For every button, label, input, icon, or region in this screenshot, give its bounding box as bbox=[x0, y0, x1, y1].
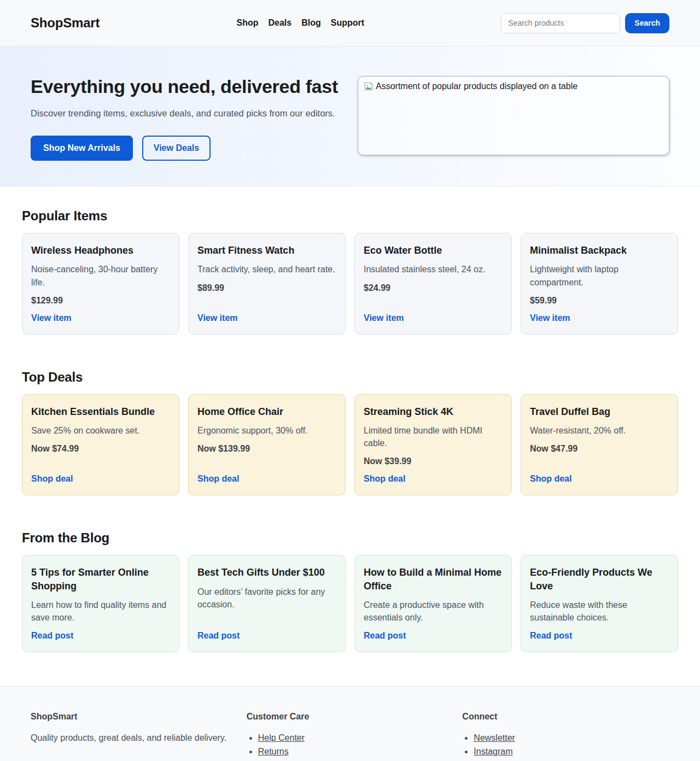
product-price: $129.99 bbox=[31, 296, 170, 306]
product-card: Smart Fitness Watch Track activity, slee… bbox=[188, 233, 346, 335]
blog-card: 5 Tips for Smarter Online Shopping Learn… bbox=[22, 555, 179, 652]
hero-image-alt-text: Assortment of popular products displayed… bbox=[376, 81, 578, 92]
footer-care-links: Help Center Returns Shipping Info bbox=[258, 733, 454, 761]
footer-brand-heading: ShopSmart bbox=[31, 712, 238, 722]
site-logo: ShopSmart bbox=[31, 15, 100, 31]
footer-connect-links: Newsletter Instagram Twitter bbox=[474, 733, 669, 761]
view-item-link[interactable]: View item bbox=[530, 313, 669, 323]
deal-title: Home Office Chair bbox=[197, 405, 336, 418]
blog-post-title: How to Build a Minimal Home Office bbox=[364, 566, 503, 593]
read-post-link[interactable]: Read post bbox=[530, 631, 669, 641]
deal-description: Ergonomic support, 30% off. bbox=[197, 424, 336, 437]
product-description: Noise-canceling, 30-hour battery life. bbox=[31, 263, 170, 288]
blog-post-title: 5 Tips for Smarter Online Shopping bbox=[31, 566, 170, 593]
hero-image-broken: Assortment of popular products displayed… bbox=[358, 76, 669, 155]
footer-care-column: Customer Care Help Center Returns Shippi… bbox=[247, 712, 454, 761]
read-post-link[interactable]: Read post bbox=[197, 631, 336, 641]
top-deals-heading: Top Deals bbox=[22, 370, 678, 385]
deal-card: Travel Duffel Bag Water-resistant, 20% o… bbox=[521, 394, 678, 496]
blog-card: Eco-Friendly Products We Love Reduce was… bbox=[521, 555, 678, 652]
nav-link-shop[interactable]: Shop bbox=[236, 18, 258, 28]
blog-card: How to Build a Minimal Home Office Creat… bbox=[354, 555, 512, 652]
deal-description: Water-resistant, 20% off. bbox=[530, 424, 669, 437]
product-description: Insulated stainless steel, 24 oz. bbox=[364, 263, 503, 276]
hero-ctas: Shop New Arrivals View Deals bbox=[31, 136, 338, 161]
view-item-link[interactable]: View item bbox=[31, 313, 170, 323]
product-price: $89.99 bbox=[197, 283, 336, 293]
read-post-link[interactable]: Read post bbox=[31, 631, 170, 641]
help-center-link[interactable]: Help Center bbox=[258, 733, 305, 742]
hero-copy: Everything you need, delivered fast Disc… bbox=[31, 76, 338, 161]
blog-post-description: Learn how to find quality items and save… bbox=[31, 599, 170, 624]
view-item-link[interactable]: View item bbox=[197, 313, 336, 323]
deal-card: Kitchen Essentials Bundle Save 25% on co… bbox=[22, 394, 179, 496]
footer-care-heading: Customer Care bbox=[247, 712, 454, 722]
nav-link-blog[interactable]: Blog bbox=[301, 18, 321, 28]
instagram-link[interactable]: Instagram bbox=[474, 747, 512, 756]
search-input[interactable] bbox=[501, 13, 620, 33]
shop-deal-link[interactable]: Shop deal bbox=[197, 474, 336, 484]
main-content: Popular Items Wireless Headphones Noise-… bbox=[22, 208, 678, 669]
deal-card: Streaming Stick 4K Limited time bundle w… bbox=[354, 394, 512, 496]
read-post-link[interactable]: Read post bbox=[364, 631, 503, 641]
hero-subtitle: Discover trending items, exclusive deals… bbox=[31, 108, 338, 119]
blog-post-description: Our editors’ favorite picks for any occa… bbox=[197, 586, 336, 611]
nav-link-deals[interactable]: Deals bbox=[268, 18, 291, 28]
view-deals-button[interactable]: View Deals bbox=[142, 136, 211, 161]
blog-card: Best Tech Gifts Under $100 Our editors’ … bbox=[188, 555, 346, 652]
hero-section: Everything you need, delivered fast Disc… bbox=[0, 46, 700, 186]
product-title: Minimalist Backpack bbox=[530, 244, 669, 257]
deal-price: Now $47.99 bbox=[530, 444, 669, 454]
blog-post-description: Create a productive space with essential… bbox=[364, 599, 503, 624]
main-nav: Shop Deals Blog Support bbox=[236, 18, 364, 28]
deal-price: Now $74.99 bbox=[31, 444, 170, 454]
footer-brand-column: ShopSmart Quality products, great deals,… bbox=[31, 712, 238, 761]
search-group: Search bbox=[501, 13, 669, 33]
deal-price: Now $39.99 bbox=[364, 456, 503, 466]
deal-description: Save 25% on cookware set. bbox=[31, 424, 170, 437]
list-item: Returns bbox=[258, 747, 454, 757]
product-description: Lightweight with laptop compartment. bbox=[530, 263, 669, 288]
deal-price: Now $139.99 bbox=[197, 444, 336, 454]
popular-items-heading: Popular Items bbox=[22, 208, 678, 224]
footer-connect-column: Connect Newsletter Instagram Twitter bbox=[462, 712, 669, 761]
nav-link-support[interactable]: Support bbox=[331, 18, 364, 28]
deal-title: Streaming Stick 4K bbox=[364, 405, 503, 418]
product-card: Eco Water Bottle Insulated stainless ste… bbox=[354, 233, 512, 335]
returns-link[interactable]: Returns bbox=[258, 747, 289, 756]
product-card: Wireless Headphones Noise-canceling, 30-… bbox=[22, 233, 179, 335]
search-button[interactable]: Search bbox=[625, 13, 669, 33]
view-item-link[interactable]: View item bbox=[364, 313, 503, 323]
shop-deal-link[interactable]: Shop deal bbox=[364, 474, 503, 484]
deal-description: Limited time bundle with HDMI cable. bbox=[364, 424, 503, 449]
site-footer: ShopSmart Quality products, great deals,… bbox=[0, 686, 700, 761]
list-item: Help Center bbox=[258, 733, 454, 743]
shop-deal-link[interactable]: Shop deal bbox=[530, 474, 669, 484]
site-header: ShopSmart Shop Deals Blog Support Search bbox=[0, 0, 700, 46]
product-title: Eco Water Bottle bbox=[364, 244, 503, 257]
product-title: Wireless Headphones bbox=[31, 244, 170, 257]
blog-post-description: Reduce waste with these sustainable choi… bbox=[530, 599, 669, 624]
product-description: Track activity, sleep, and heart rate. bbox=[197, 263, 336, 276]
popular-items-section: Popular Items Wireless Headphones Noise-… bbox=[22, 208, 678, 335]
popular-items-grid: Wireless Headphones Noise-canceling, 30-… bbox=[22, 233, 678, 335]
newsletter-link[interactable]: Newsletter bbox=[474, 733, 515, 742]
shop-new-arrivals-button[interactable]: Shop New Arrivals bbox=[31, 136, 133, 161]
list-item: Instagram bbox=[474, 747, 669, 757]
blog-heading: From the Blog bbox=[22, 530, 678, 546]
blog-post-title: Eco-Friendly Products We Love bbox=[530, 566, 669, 593]
blog-post-title: Best Tech Gifts Under $100 bbox=[197, 566, 336, 579]
list-item: Newsletter bbox=[474, 733, 669, 743]
blog-grid: 5 Tips for Smarter Online Shopping Learn… bbox=[22, 555, 678, 652]
product-price: $59.99 bbox=[530, 296, 669, 306]
deal-title: Travel Duffel Bag bbox=[530, 405, 669, 418]
deal-card: Home Office Chair Ergonomic support, 30%… bbox=[188, 394, 346, 496]
product-title: Smart Fitness Watch bbox=[197, 244, 336, 257]
shop-deal-link[interactable]: Shop deal bbox=[31, 474, 170, 484]
broken-image-icon bbox=[364, 81, 374, 91]
top-deals-grid: Kitchen Essentials Bundle Save 25% on co… bbox=[22, 394, 678, 496]
hero-title: Everything you need, delivered fast bbox=[31, 76, 338, 97]
footer-brand-text: Quality products, great deals, and relia… bbox=[31, 733, 238, 743]
deal-title: Kitchen Essentials Bundle bbox=[31, 405, 170, 418]
product-card: Minimalist Backpack Lightweight with lap… bbox=[521, 233, 678, 335]
